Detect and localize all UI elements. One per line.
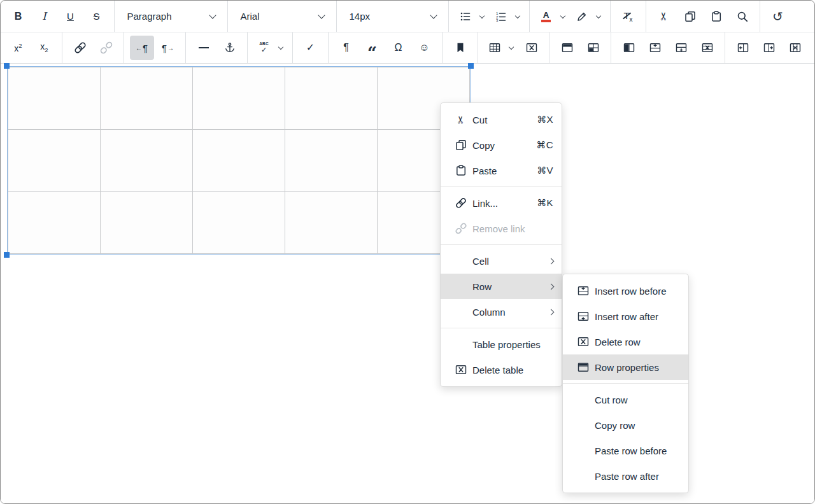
delete-table-icon xyxy=(526,42,537,53)
text-color-button[interactable]: A xyxy=(535,4,557,29)
horizontal-rule-button[interactable] xyxy=(192,36,216,60)
toolbar-row-1: B I U S Paragraph Arial 14px 12 xyxy=(1,1,814,32)
table-insert-row-before-button[interactable] xyxy=(643,36,667,60)
resize-handle-bottom-left[interactable] xyxy=(4,252,10,258)
font-family-dropdown[interactable]: Arial xyxy=(234,4,331,29)
table-merge-cells-button[interactable] xyxy=(617,36,641,60)
bold-button[interactable]: B xyxy=(6,4,31,29)
menu-item-copy[interactable]: Copy ⌘C xyxy=(441,132,562,158)
chevron-down-icon xyxy=(509,45,514,50)
left-to-right-button[interactable]: ←¶ xyxy=(130,36,154,60)
submenu-item-paste-row-before[interactable]: Paste row before xyxy=(563,438,688,463)
clear-formatting-button[interactable]: Tx xyxy=(616,4,641,29)
table-cell-properties-button[interactable] xyxy=(581,36,606,60)
numbered-list-options-button[interactable] xyxy=(512,4,524,29)
menu-item-delete-table[interactable]: Delete table xyxy=(441,357,562,382)
table-insert-column-after-button[interactable] xyxy=(757,36,781,60)
table-cell[interactable] xyxy=(285,67,378,130)
table-cell[interactable] xyxy=(101,67,193,130)
submenu-item-insert-row-after[interactable]: Insert row after xyxy=(563,304,688,329)
spellcheck-options-button[interactable] xyxy=(275,36,287,60)
emoticon-button[interactable]: ☺ xyxy=(413,36,437,60)
undo-button[interactable]: ↺ xyxy=(766,4,790,29)
table-icon xyxy=(489,42,500,53)
bookmark-button[interactable] xyxy=(448,36,472,60)
delete-table-button[interactable] xyxy=(520,36,544,60)
font-size-dropdown[interactable]: 14px xyxy=(343,4,443,29)
block-format-dropdown[interactable]: Paragraph xyxy=(120,4,222,29)
superscript-button[interactable]: x2 xyxy=(6,36,31,60)
table-cell[interactable] xyxy=(193,129,285,192)
menu-item-remove-link[interactable]: Remove link xyxy=(441,216,562,241)
table-cell[interactable] xyxy=(8,129,101,192)
table-cell[interactable] xyxy=(193,192,285,254)
table-cell[interactable] xyxy=(8,67,101,130)
numbered-list-button[interactable]: 123 xyxy=(490,4,512,29)
submenu-arrow-icon xyxy=(548,283,555,290)
submenu-item-delete-row[interactable]: Delete row xyxy=(563,329,688,354)
table-delete-row-button[interactable] xyxy=(695,36,719,60)
submenu-item-row-properties[interactable]: Row properties xyxy=(563,354,688,380)
submenu-item-cut-row[interactable]: Cut row xyxy=(563,387,688,412)
italic-button[interactable]: I xyxy=(32,4,57,29)
submenu-item-copy-row[interactable]: Copy row xyxy=(563,412,688,438)
checkmark-button[interactable]: ✓ xyxy=(299,36,323,60)
copy-button[interactable] xyxy=(678,4,702,29)
menu-item-paste[interactable]: Paste ⌘V xyxy=(441,158,562,183)
insert-row-before-icon xyxy=(649,42,661,53)
insert-link-button[interactable] xyxy=(68,36,92,60)
toolbar-separator xyxy=(448,1,449,32)
strikethrough-button[interactable]: S xyxy=(85,4,109,29)
scissors-icon: ✂ xyxy=(658,11,669,20)
menu-item-cell[interactable]: Cell xyxy=(441,248,562,274)
submenu-item-insert-row-before[interactable]: Insert row before xyxy=(563,278,688,304)
pilcrow-icon: ¶ xyxy=(343,43,349,53)
menu-divider xyxy=(441,244,562,245)
toolbar-separator xyxy=(185,32,186,63)
special-character-button[interactable]: Ω xyxy=(386,36,411,60)
editor-canvas[interactable]: ✂ Cut ⌘X Copy ⌘C Paste ⌘V Link... ⌘K xyxy=(1,64,814,503)
table-cell[interactable] xyxy=(101,192,193,254)
cut-button[interactable]: ✂ xyxy=(652,4,676,29)
table-insert-row-after-button[interactable] xyxy=(669,36,693,60)
table-cell[interactable] xyxy=(285,129,378,192)
table-cell-properties-icon xyxy=(588,42,599,53)
content-table[interactable] xyxy=(8,67,470,254)
resize-handle-top-right[interactable] xyxy=(468,63,474,69)
highlight-color-button[interactable] xyxy=(571,4,593,29)
resize-handle-top-left[interactable] xyxy=(4,63,10,69)
table-row-properties-button[interactable] xyxy=(555,36,579,60)
paragraph-marks-button[interactable]: ¶ xyxy=(334,36,358,60)
text-color-options-button[interactable] xyxy=(557,4,569,29)
table-insert-column-before-button[interactable] xyxy=(731,36,755,60)
menu-item-column[interactable]: Column xyxy=(441,299,562,325)
search-replace-button[interactable] xyxy=(730,4,755,29)
bullet-list-button[interactable] xyxy=(455,4,476,29)
insert-table-options-button[interactable] xyxy=(506,36,518,60)
menu-item-cut[interactable]: ✂ Cut ⌘X xyxy=(441,107,562,132)
anchor-button[interactable] xyxy=(218,36,242,60)
table-cell[interactable] xyxy=(193,67,285,130)
block-format-value: Paragraph xyxy=(127,11,210,22)
menu-item-link[interactable]: Link... ⌘K xyxy=(441,190,562,216)
subscript-button[interactable]: x2 xyxy=(32,36,57,60)
context-menu: ✂ Cut ⌘X Copy ⌘C Paste ⌘V Link... ⌘K xyxy=(440,102,562,387)
paste-button[interactable] xyxy=(704,4,728,29)
table-delete-column-button[interactable] xyxy=(783,36,807,60)
table-cell[interactable] xyxy=(285,192,378,254)
table-cell[interactable] xyxy=(101,129,193,192)
menu-item-row[interactable]: Row xyxy=(441,274,562,299)
right-to-left-button[interactable]: ¶→ xyxy=(156,36,180,60)
spellcheck-button[interactable]: ABC✓ xyxy=(253,36,275,60)
underline-button[interactable]: U xyxy=(59,4,83,29)
menu-item-table-properties[interactable]: Table properties xyxy=(441,332,562,357)
highlight-color-options-button[interactable] xyxy=(593,4,605,29)
insert-table-button[interactable] xyxy=(484,36,506,60)
bullet-list-options-button[interactable] xyxy=(476,4,488,29)
table-cell[interactable] xyxy=(8,192,101,254)
submenu-item-paste-row-after[interactable]: Paste row after xyxy=(563,463,688,489)
checkmark-icon: ✓ xyxy=(306,43,315,53)
blockquote-button[interactable]: “ xyxy=(360,36,385,60)
chevron-down-icon xyxy=(209,11,216,18)
remove-link-button[interactable] xyxy=(94,36,118,60)
